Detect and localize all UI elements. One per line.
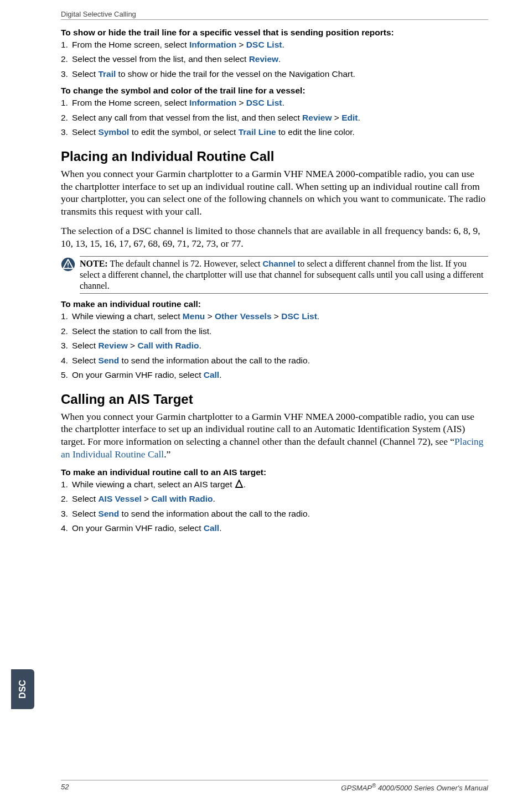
note-text: NOTE: The default channel is 72. However… [80, 256, 488, 294]
instruction-heading: To show or hide the trail line for a spe… [61, 28, 488, 38]
list-item: 3.Select Review > Call with Radio. [61, 340, 488, 352]
instruction-heading: To make an individual routine call: [61, 299, 488, 309]
instruction-list: 1.While viewing a chart, select an AIS t… [61, 478, 488, 535]
ui-term: Call [204, 523, 219, 533]
instruction-list: 1.While viewing a chart, select Menu > O… [61, 310, 488, 381]
page-footer: 52 GPSMAP® 4000/5000 Series Owner's Manu… [61, 780, 488, 792]
ui-term: DSC List [246, 98, 282, 107]
ui-term: Review [98, 341, 127, 350]
list-item: 2.Select AIS Vessel > Call with Radio. [61, 493, 488, 505]
list-item: 5.On your Garmin VHF radio, select Call. [61, 369, 488, 381]
list-item: 2.Select any call from that vessel from … [61, 112, 488, 124]
svg-rect-2 [68, 267, 69, 268]
list-item: 1.While viewing a chart, select an AIS t… [61, 478, 488, 491]
ui-term: DSC List [281, 311, 317, 321]
body-paragraph: When you connect your Garmin chartplotte… [61, 168, 488, 218]
list-item: 1.While viewing a chart, select Menu > O… [61, 310, 488, 322]
ais-target-icon [235, 480, 244, 488]
ui-term: AIS Vessel [98, 494, 141, 503]
list-item: 2.Select the vessel from the list, and t… [61, 53, 488, 65]
body-paragraph: When you connect your Garmin chartplotte… [61, 410, 488, 461]
ui-term: Call [204, 370, 219, 379]
list-item: 3.Select Symbol to edit the symbol, or s… [61, 126, 488, 138]
list-item: 2.Select the station to call from the li… [61, 325, 488, 337]
list-item: 3.Select Trail to show or hide the trail… [61, 68, 488, 80]
list-item: 1.From the Home screen, select Informati… [61, 97, 488, 109]
ui-term: Channel [263, 259, 296, 268]
section-heading: Calling an AIS Target [61, 392, 488, 407]
instruction-list: 1.From the Home screen, select Informati… [61, 39, 488, 80]
instruction-heading: To change the symbol and color of the tr… [61, 86, 488, 96]
ui-term: Call with Radio [151, 494, 213, 503]
section-heading: Placing an Individual Routine Call [61, 149, 488, 164]
ui-term: Send [98, 356, 119, 365]
ui-term: DSC List [246, 40, 282, 49]
list-item: 3.Select Send to send the information ab… [61, 508, 488, 520]
ui-term: Symbol [98, 127, 129, 137]
instruction-list: 1.From the Home screen, select Informati… [61, 97, 488, 138]
ui-term: Send [98, 509, 119, 518]
ui-term: Call with Radio [137, 341, 199, 350]
ui-term: Other Vessels [215, 311, 272, 321]
ui-term: Edit [341, 113, 358, 122]
ui-term: Menu [183, 311, 205, 321]
note-block: NOTE: The default channel is 72. However… [61, 256, 488, 294]
page-number: 52 [61, 783, 69, 792]
ui-term: Trail [98, 69, 116, 79]
ui-term: Information [189, 40, 236, 49]
ui-term: Review [249, 54, 278, 64]
ui-term: Trail Line [239, 127, 276, 137]
ui-term: Review [302, 113, 332, 122]
section-tab: DSC [11, 669, 34, 709]
running-head: Digital Selective Calling [61, 0, 488, 20]
svg-rect-1 [68, 263, 69, 266]
manual-title: GPSMAP® 4000/5000 Series Owner's Manual [341, 783, 488, 792]
body-paragraph: The selection of a DSC channel is limite… [61, 225, 488, 250]
warning-icon [61, 257, 75, 272]
list-item: 4.Select Send to send the information ab… [61, 355, 488, 367]
instruction-heading: To make an individual routine call to an… [61, 467, 488, 477]
list-item: 1.From the Home screen, select Informati… [61, 39, 488, 51]
ui-term: Information [189, 98, 236, 107]
list-item: 4.On your Garmin VHF radio, select Call. [61, 522, 488, 534]
